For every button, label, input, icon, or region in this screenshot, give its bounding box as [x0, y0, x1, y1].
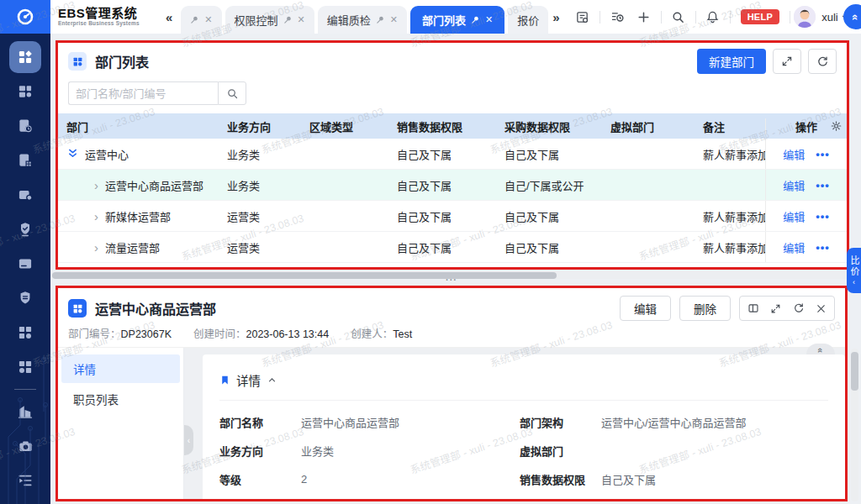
refresh-detail-icon[interactable] — [787, 297, 810, 320]
business-type: 运营类 — [223, 201, 305, 231]
tab-quotation[interactable]: 报价 — [508, 6, 548, 34]
meta-label: 部门编号： — [68, 328, 121, 340]
tabs-scroll-left-icon[interactable]: « — [161, 10, 177, 24]
collapse-node-icon[interactable] — [66, 147, 80, 160]
add-tab-icon[interactable] — [636, 8, 652, 25]
panel-grid-icon — [68, 299, 87, 318]
sidebar-item-inventory[interactable] — [9, 179, 41, 211]
more-actions-icon[interactable]: ••• — [816, 148, 830, 160]
sidebar-item-card[interactable] — [9, 248, 41, 280]
department-search-input[interactable] — [68, 81, 218, 105]
tab-label: 报价 — [517, 12, 539, 28]
sidebar-item-media[interactable] — [9, 430, 41, 462]
close-detail-icon[interactable] — [810, 297, 832, 320]
pin-icon[interactable] — [471, 15, 480, 24]
purchase-permission: 自己及下属 — [500, 232, 606, 262]
maximize-detail-icon[interactable] — [764, 297, 787, 320]
edit-link[interactable]: 编辑 — [783, 146, 805, 162]
table-header-row: 部门 业务方向 区域类型 销售数据权限 采购数据权限 虚拟部门 备注 操作 — [58, 113, 847, 139]
section-title: 详情 — [236, 371, 261, 389]
field-value: 2 — [301, 473, 307, 486]
divider — [661, 11, 662, 24]
field-label: 采购数据权限 — [219, 500, 301, 502]
department-name[interactable]: 运营中心 — [85, 146, 129, 162]
sidebar-item-quality-badge[interactable] — [9, 213, 41, 245]
table-row[interactable]: 运营中心 业务类 自己及下属 自己及下属 薪人薪事添加 编辑 ••• — [58, 139, 847, 170]
search-icon[interactable] — [670, 8, 687, 25]
tab-unnamed[interactable]: ✕ — [181, 6, 221, 34]
edit-department-button[interactable]: 编辑 — [620, 296, 671, 321]
notification-bell-icon[interactable] — [705, 8, 721, 25]
pin-icon[interactable] — [376, 15, 385, 24]
close-tab-icon[interactable]: ✕ — [390, 14, 398, 25]
shield-icon — [17, 290, 34, 307]
panel-title: 部门列表 — [95, 51, 149, 71]
horizontal-scrollbar-thumb[interactable] — [52, 272, 557, 279]
sidebar-item-list-menu[interactable] — [9, 465, 41, 496]
table-row[interactable]: › 新媒体运营部 运营类 自己及下属 自己及下属 薪人薪事添加 编辑 ••• — [58, 201, 847, 232]
department-name[interactable]: 运营中心商品运营部 — [105, 177, 203, 193]
virtual-department — [606, 201, 699, 231]
column-settings-gear-icon[interactable] — [830, 120, 843, 133]
collapse-section-icon[interactable] — [267, 375, 277, 386]
purchase-permission: 自己及下属 — [500, 201, 606, 231]
department-name[interactable]: 流量运营部 — [105, 239, 160, 255]
expand-node-icon[interactable]: › — [94, 209, 98, 223]
expand-node-icon[interactable]: › — [94, 178, 98, 192]
collapse-nav-handle[interactable]: ‹ — [184, 425, 193, 455]
delete-department-button[interactable]: 删除 — [679, 296, 731, 321]
vertical-scrollbar-thumb[interactable] — [851, 352, 858, 391]
close-tab-icon[interactable]: ✕ — [204, 14, 212, 25]
help-button[interactable]: HELP — [741, 9, 780, 24]
divider — [600, 11, 600, 24]
price-compare-side-tab[interactable]: 比价 ‹ — [847, 248, 861, 293]
sidebar-item-organization[interactable] — [9, 396, 41, 428]
history-search-icon[interactable] — [609, 8, 626, 25]
username[interactable]: xuli — [821, 11, 838, 24]
tab-manager-icon[interactable] — [574, 8, 591, 25]
refresh-panel-button[interactable] — [808, 49, 837, 74]
field-label: 部门架构 — [520, 414, 601, 430]
department-name[interactable]: 新媒体运营部 — [105, 208, 171, 224]
meta-value: Test — [393, 328, 412, 340]
table-row-selected[interactable]: › 运营中心商品运营部 业务类 自己及下属 自己/下属或公开 编辑 ••• — [58, 170, 847, 201]
panel-grid-icon — [68, 52, 87, 71]
app-logo[interactable] — [0, 0, 50, 34]
close-tab-icon[interactable]: ✕ — [298, 14, 305, 25]
split-view-icon[interactable] — [742, 297, 764, 320]
nav-item-staff-list[interactable]: 职员列表 — [61, 385, 180, 413]
sales-permission: 自己及下属 — [393, 139, 500, 169]
user-avatar[interactable] — [794, 6, 816, 28]
pin-icon[interactable] — [283, 15, 293, 24]
tabs-overflow-icon[interactable]: » — [548, 10, 563, 24]
edit-link[interactable]: 编辑 — [783, 177, 805, 193]
more-actions-icon[interactable]: ••• — [816, 179, 830, 192]
sidebar-item-modules-a[interactable] — [9, 317, 41, 349]
new-department-button[interactable]: 新建部门 — [697, 49, 766, 74]
sidebar-item-modules-b[interactable] — [9, 351, 41, 383]
sidebar-item-apps[interactable] — [9, 41, 41, 73]
more-actions-icon[interactable]: ••• — [816, 241, 830, 254]
sidebar-item-dashboard[interactable] — [9, 76, 41, 108]
field-label: 等级 — [219, 471, 301, 487]
tab-department-list[interactable]: 部门列表 ✕ — [410, 6, 504, 34]
sidebar-item-task-log[interactable] — [9, 110, 41, 142]
more-actions-icon[interactable]: ••• — [816, 210, 830, 223]
tab-edit-qc[interactable]: 编辑质检 ✕ — [318, 6, 407, 34]
edit-link[interactable]: 编辑 — [783, 239, 805, 255]
nav-item-detail[interactable]: 详情 — [61, 354, 180, 383]
expand-node-icon[interactable]: › — [94, 240, 98, 255]
edit-link[interactable]: 编辑 — [783, 208, 805, 224]
meta-value: DP23067K — [121, 328, 172, 340]
tab-permission-control[interactable]: 权限控制 ✕ — [225, 6, 314, 34]
maximize-panel-button[interactable] — [773, 49, 801, 74]
panel-splitter-handle[interactable]: ··· — [446, 275, 457, 285]
close-tab-icon[interactable]: ✕ — [485, 14, 493, 25]
sidebar-item-document-grid[interactable] — [9, 144, 41, 176]
detail-header: 运营中心商品运营部 编辑 删除 — [68, 295, 835, 322]
collapse-card-handle[interactable]: « — [806, 344, 835, 354]
search-submit-button[interactable] — [218, 81, 246, 105]
sidebar-item-security[interactable] — [9, 282, 41, 314]
pin-icon[interactable] — [190, 15, 199, 24]
table-row[interactable]: › 流量运营部 运营类 自己及下属 自己及下属 薪人薪事添加 编辑 ••• — [58, 232, 847, 263]
